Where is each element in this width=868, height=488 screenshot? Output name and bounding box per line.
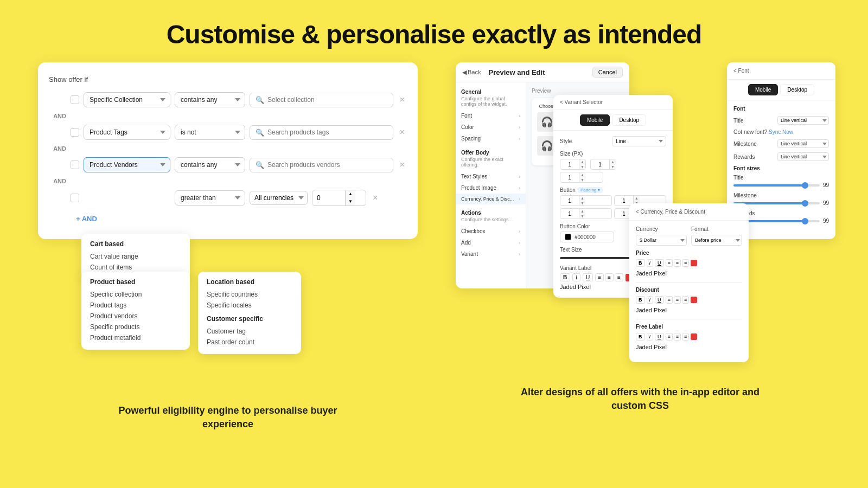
cp-free-align-left[interactable]: ≡ (666, 333, 673, 341)
cp-discount-underline[interactable]: U (655, 296, 664, 304)
product-item-1[interactable]: Product tags (90, 300, 181, 311)
condition-search-input-3[interactable] (267, 161, 387, 169)
vs-up-arrow-3[interactable]: ▲ (579, 172, 585, 177)
cp-price-underline[interactable]: U (655, 259, 664, 267)
cp-discount-bold[interactable]: B (636, 296, 645, 304)
condition-op-select-4[interactable]: greater than (175, 190, 245, 206)
cart-item-1[interactable]: Count of items (90, 262, 181, 273)
condition-type-select-1[interactable]: Specific Collection (84, 92, 170, 107)
vs-tab-desktop[interactable]: Desktop (612, 114, 646, 126)
condition-op-select-3[interactable]: contains any (175, 157, 245, 172)
fp-tab-mobile[interactable]: Mobile (748, 84, 778, 95)
vs-pad-value-3[interactable] (560, 210, 579, 218)
value-input[interactable] (312, 191, 345, 204)
fp-tab-desktop[interactable]: Desktop (780, 84, 814, 95)
cp-free-align-right[interactable]: ≡ (682, 333, 689, 341)
vs-size-value-2[interactable] (591, 160, 609, 169)
vs-color-input[interactable]: #000000 (560, 232, 614, 242)
cp-free-color[interactable] (691, 333, 697, 340)
condition-checkbox-1[interactable] (71, 95, 79, 104)
add-and-button[interactable]: + AND (71, 211, 103, 226)
condition-checkbox-3[interactable] (71, 160, 79, 169)
cp-price-bold[interactable]: B (636, 259, 645, 267)
condition-type-select-3[interactable]: Product Vendors (84, 157, 170, 172)
condition-remove-4[interactable]: × (371, 192, 380, 204)
nav-font[interactable]: Font › (456, 110, 526, 121)
condition-search-input-2[interactable] (267, 129, 387, 136)
vs-size-value-1[interactable] (560, 160, 579, 169)
condition-search-input-1[interactable] (267, 96, 387, 104)
product-item-0[interactable]: Specific collection (90, 289, 181, 300)
fp-milestone-select[interactable]: Line vertical (777, 139, 829, 148)
nav-spacing[interactable]: Spacing › (456, 133, 526, 144)
customer-item-0[interactable]: Customer tag (207, 326, 292, 337)
vs-bold-btn[interactable]: B (560, 273, 570, 281)
vs-pad-up-3[interactable]: ▲ (579, 209, 585, 214)
condition-checkbox-4[interactable] (71, 194, 79, 202)
vs-pad-value-1[interactable] (560, 197, 579, 205)
sync-now-link[interactable]: Sync Now (769, 129, 793, 135)
cp-price-align-center[interactable]: ≡ (674, 259, 681, 267)
vs-pad-up-1[interactable]: ▲ (579, 196, 585, 201)
vs-down-arrow-1[interactable]: ▼ (579, 164, 585, 169)
cancel-button[interactable]: Cancel (592, 67, 623, 78)
vs-pad-up-2[interactable]: ▲ (633, 196, 640, 201)
location-item-1[interactable]: Specific locales (207, 300, 292, 311)
cp-free-align-center[interactable]: ≡ (674, 333, 681, 341)
vs-underline-btn[interactable]: U (583, 273, 593, 281)
cp-free-underline[interactable]: U (655, 333, 664, 341)
product-item-2[interactable]: Product vendors (90, 311, 181, 322)
condition-op-select-1[interactable]: contains any (175, 92, 245, 107)
fp-title-slider[interactable] (733, 184, 820, 187)
cp-free-bold[interactable]: B (636, 333, 645, 341)
nav-color[interactable]: Color › (456, 121, 526, 133)
customer-item-1[interactable]: Past order count (207, 337, 292, 348)
cp-back-button[interactable]: < Currency, Price & Discount (636, 209, 705, 215)
vs-back-button[interactable]: < Variant Selector (560, 99, 603, 105)
nav-currency[interactable]: Currency, Price & Disc... › (456, 194, 526, 204)
vs-pad-down-3[interactable]: ▼ (579, 214, 585, 219)
vs-down-arrow-2[interactable]: ▼ (609, 164, 616, 169)
cp-discount-align-left[interactable]: ≡ (666, 296, 673, 304)
condition-remove-1[interactable]: × (398, 94, 407, 106)
nav-text-styles[interactable]: Text Styles › (456, 171, 526, 182)
vs-align-left[interactable]: ≡ (595, 273, 604, 281)
vs-pad-down-1[interactable]: ▼ (579, 201, 585, 206)
nav-variant[interactable]: Variant › (456, 248, 526, 260)
nav-add[interactable]: Add › (456, 237, 526, 248)
cp-price-italic[interactable]: I (647, 259, 654, 267)
cp-format-select[interactable]: Before price (691, 235, 742, 246)
condition-remove-2[interactable]: × (398, 126, 407, 138)
condition-search-1[interactable]: 🔍 (250, 93, 393, 107)
condition-remove-3[interactable]: × (398, 159, 407, 171)
cp-price-color[interactable] (691, 260, 697, 266)
nav-checkbox[interactable]: Checkbox › (456, 226, 526, 237)
condition-op-select-2[interactable]: is not (175, 125, 245, 140)
vs-up-arrow-1[interactable]: ▲ (579, 159, 585, 164)
product-item-3[interactable]: Specific products (90, 322, 181, 332)
vs-down-arrow-3[interactable]: ▼ (579, 177, 585, 182)
cp-currency-select[interactable]: $ Dollar (636, 235, 687, 246)
condition-type-select-2[interactable]: Product Tags (84, 125, 170, 140)
cp-discount-align-center[interactable]: ≡ (674, 296, 681, 304)
fp-title-select[interactable]: Line vertical (777, 116, 829, 125)
cp-price-align-right[interactable]: ≡ (682, 259, 689, 267)
vs-align-right[interactable]: ≡ (615, 273, 623, 281)
currency-select[interactable]: All currencies (250, 191, 308, 205)
vs-size-value-3[interactable] (560, 174, 579, 182)
fp-back-button[interactable]: < Font (733, 68, 749, 74)
nav-product-image[interactable]: Product Image › (456, 182, 526, 194)
cp-discount-align-right[interactable]: ≡ (682, 296, 689, 304)
condition-search-2[interactable]: 🔍 (250, 125, 393, 140)
vs-italic-btn[interactable]: I (572, 273, 580, 281)
num-arrow-up[interactable]: ▲ (346, 190, 355, 198)
product-item-4[interactable]: Product metafield (90, 332, 181, 343)
vs-style-select[interactable]: Line (612, 136, 666, 146)
cp-free-italic[interactable]: I (647, 333, 654, 341)
cp-price-align-left[interactable]: ≡ (666, 259, 673, 267)
back-button[interactable]: ◀ Back (462, 69, 481, 76)
cart-item-0[interactable]: Cart value range (90, 251, 181, 262)
location-item-0[interactable]: Specific countries (207, 289, 292, 300)
num-arrow-down[interactable]: ▼ (346, 198, 355, 206)
vs-up-arrow-2[interactable]: ▲ (609, 159, 616, 164)
